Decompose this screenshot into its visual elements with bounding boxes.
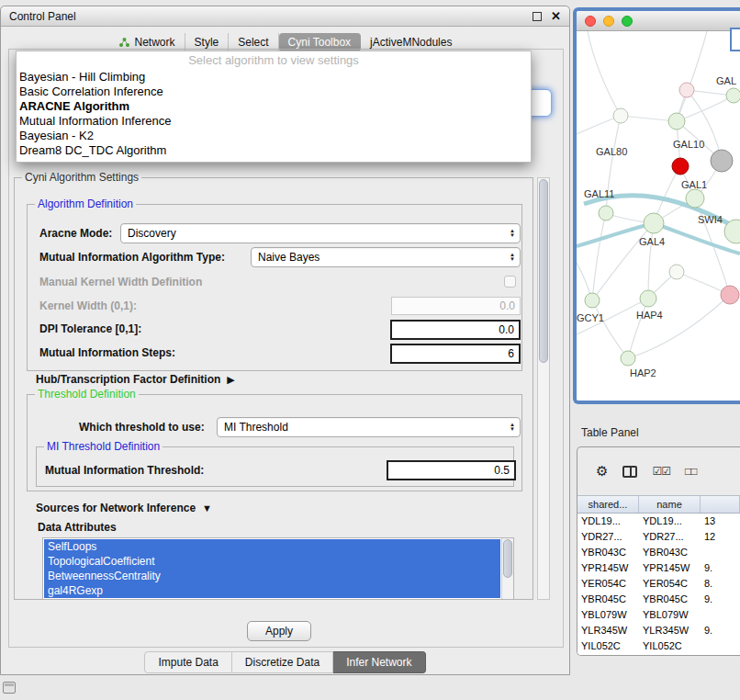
network-edge <box>648 223 654 299</box>
minimize-button[interactable] <box>603 16 614 27</box>
settings-scrollbar[interactable] <box>537 177 550 600</box>
network-node[interactable] <box>640 290 656 307</box>
mi-algorithm-type-label: Mutual Information Algorithm Type: <box>39 251 225 264</box>
combo-value: Discovery <box>128 227 176 240</box>
algorithm-option[interactable]: Basic Correlation Inference <box>17 85 531 99</box>
table-cell <box>701 607 740 623</box>
mi-threshold-field[interactable] <box>387 460 516 480</box>
algorithm-option-list: Bayesian - Hill ClimbingBasic Correlatio… <box>17 70 531 158</box>
algorithm-option[interactable]: Mutual Information Inference <box>17 114 531 129</box>
table-header-row: shared... name <box>577 495 740 514</box>
table-cell: YBR045C <box>639 592 701 607</box>
close-button[interactable] <box>585 16 596 27</box>
float-panel-icon[interactable] <box>533 12 542 21</box>
mi-steps-field[interactable] <box>390 344 521 364</box>
manual-kernel-width-checkbox[interactable] <box>504 276 516 288</box>
data-attribute-item[interactable]: BetweennessCentrality <box>44 569 500 583</box>
tab-label: Cyni Toolbox <box>288 36 351 49</box>
mi-threshold-group-title: MI Threshold Definition <box>44 440 163 453</box>
table-row[interactable]: YPR145WYPR145W9. <box>577 560 740 576</box>
network-canvas[interactable]: GALGAL80GAL10GAL11GAL1SWI4GAL4GCY1HAP4HA… <box>577 31 740 401</box>
network-node[interactable] <box>721 286 739 304</box>
gear-icon[interactable]: ⚙ <box>596 463 608 480</box>
sources-label: Sources for Network Inference <box>36 502 196 514</box>
tab-impute-data[interactable]: Impute Data <box>144 651 231 673</box>
hub-definition-section[interactable]: Hub/Transcription Factor Definition ▶ <box>36 373 235 386</box>
data-attribute-item[interactable]: SelfLoops <box>44 539 500 554</box>
panel-dock-icon[interactable] <box>3 682 16 694</box>
mi-algorithm-type-combobox[interactable]: Naive Bayes ▲▼ <box>251 247 521 267</box>
network-node[interactable] <box>672 158 689 175</box>
table-row[interactable]: YLR345WYLR345W9. <box>577 623 740 638</box>
attributes-scrollbar[interactable] <box>501 538 513 599</box>
network-edge <box>592 213 606 300</box>
column-header-shared-name[interactable]: shared... <box>577 496 639 513</box>
network-node[interactable] <box>613 108 628 123</box>
table-cell: YBL079W <box>639 607 701 623</box>
sources-section[interactable]: Sources for Network Inference ▼ <box>36 502 212 514</box>
table-row[interactable]: YBR043CYBR043C <box>577 545 740 560</box>
zoom-button[interactable] <box>622 16 633 27</box>
table-cell: YBR043C <box>639 545 701 560</box>
table-row[interactable]: YDL19...YDL19...13 <box>577 514 740 529</box>
settings-group-title: Cyni Algorithm Settings <box>22 171 141 184</box>
data-attributes-label: Data Attributes <box>38 521 117 534</box>
close-panel-icon[interactable]: ✕ <box>551 11 561 22</box>
network-node[interactable] <box>686 189 704 208</box>
algorithm-option[interactable]: ARACNE Algorithm <box>17 99 531 114</box>
network-node[interactable] <box>679 83 694 97</box>
mi-steps-label: Mutual Information Steps: <box>39 346 175 359</box>
node-label: HAP2 <box>630 367 656 378</box>
collapsed-arrow-icon[interactable]: ▶ <box>227 374 234 386</box>
network-node[interactable] <box>621 351 635 366</box>
control-panel-titlebar: Control Panel ✕ <box>1 6 569 27</box>
column-header-name[interactable]: name <box>639 496 701 513</box>
algorithm-placeholder: Select algorithm to view settings <box>17 51 531 70</box>
tab-infer-network[interactable]: Infer Network <box>333 651 425 673</box>
algorithm-option[interactable]: Bayesian - K2 <box>17 129 531 143</box>
select-none-checkbox-icon[interactable]: □□ <box>685 465 697 478</box>
control-panel-title: Control Panel <box>9 10 76 23</box>
network-node[interactable] <box>726 88 740 103</box>
network-node[interactable] <box>669 265 684 279</box>
manual-kernel-width-label: Manual Kernel Width Definition <box>39 276 202 288</box>
expanded-arrow-icon[interactable]: ▼ <box>202 502 212 514</box>
table-row[interactable]: YBL079WYBL079W <box>577 607 740 623</box>
network-icon <box>118 37 130 48</box>
network-graph: GALGAL80GAL10GAL11GAL1SWI4GAL4GCY1HAP4HA… <box>577 31 740 401</box>
network-node[interactable] <box>599 206 613 220</box>
algorithm-option[interactable]: Dream8 DC_TDC Algorithm <box>17 143 531 158</box>
algorithm-option[interactable]: Bayesian - Hill Climbing <box>17 70 531 85</box>
attributes-scrollbar-thumb[interactable] <box>503 539 512 578</box>
select-all-checkbox-icon[interactable]: ☑☑ <box>652 465 670 478</box>
network-node[interactable] <box>711 150 733 172</box>
tab-label: Select <box>238 36 268 49</box>
data-attribute-item[interactable]: gal4RGexp <box>44 583 500 598</box>
table-cell: 9. <box>701 623 740 638</box>
aracne-mode-combobox[interactable]: Discovery ▲▼ <box>120 223 521 243</box>
dpi-tolerance-field[interactable] <box>390 320 521 340</box>
table-row[interactable]: YIL052CYIL052C <box>577 638 740 654</box>
network-node[interactable] <box>585 293 600 308</box>
tab-label: Network <box>135 36 175 49</box>
network-node[interactable] <box>644 213 664 233</box>
table-row[interactable]: YBR045CYBR045C9. <box>577 592 740 607</box>
kernel-width-field[interactable] <box>391 297 521 315</box>
columns-icon[interactable] <box>622 466 637 478</box>
table-row[interactable]: YDR27...YDR27...12 <box>577 529 740 545</box>
table-cell: YPR145W <box>639 560 701 576</box>
network-edge <box>588 31 621 116</box>
node-label: SWI4 <box>698 214 723 225</box>
network-node[interactable] <box>668 113 685 130</box>
apply-button[interactable]: Apply <box>247 621 311 641</box>
table-row[interactable]: YER054CYER054C8. <box>577 576 740 592</box>
data-attribute-item[interactable]: TopologicalCoefficient <box>44 554 500 569</box>
tab-discretize-data[interactable]: Discretize Data <box>232 651 333 673</box>
column-header-cut[interactable] <box>701 496 740 513</box>
settings-scrollbar-thumb[interactable] <box>539 179 548 363</box>
tab-label: jActiveMNodules <box>370 36 452 49</box>
which-threshold-combobox[interactable]: MI Threshold ▲▼ <box>217 417 521 437</box>
table-cell: 13 <box>701 514 740 529</box>
tab-label: Style <box>195 36 219 49</box>
data-attributes-list[interactable]: SelfLoopsTopologicalCoefficientBetweenne… <box>42 537 514 600</box>
